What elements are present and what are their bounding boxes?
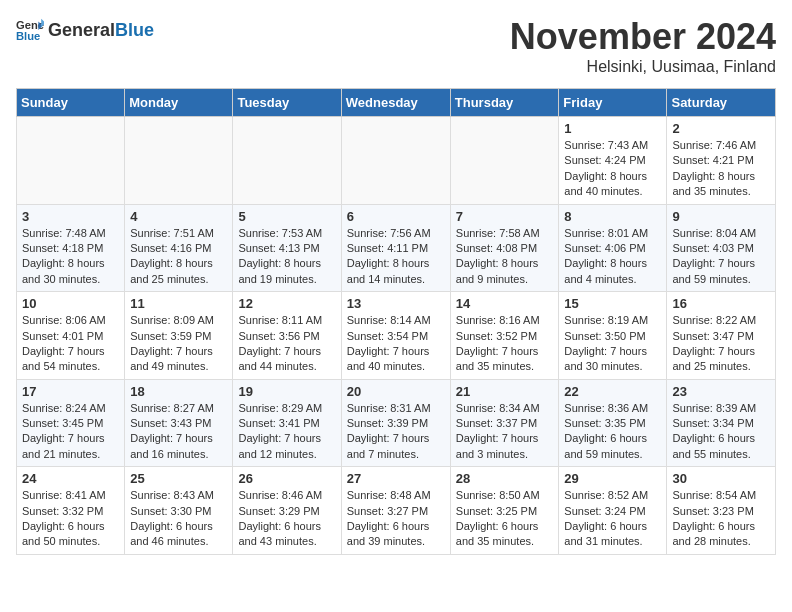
calendar-cell: 4Sunrise: 7:51 AMSunset: 4:16 PMDaylight… [125, 204, 233, 292]
day-info: Sunrise: 8:43 AMSunset: 3:30 PMDaylight:… [130, 488, 227, 550]
calendar-cell: 23Sunrise: 8:39 AMSunset: 3:34 PMDayligh… [667, 379, 776, 467]
day-info: Sunrise: 8:06 AMSunset: 4:01 PMDaylight:… [22, 313, 119, 375]
day-number: 15 [564, 296, 661, 311]
location-title: Helsinki, Uusimaa, Finland [510, 58, 776, 76]
day-number: 22 [564, 384, 661, 399]
day-number: 28 [456, 471, 554, 486]
day-info: Sunrise: 8:39 AMSunset: 3:34 PMDaylight:… [672, 401, 770, 463]
day-info: Sunrise: 7:56 AMSunset: 4:11 PMDaylight:… [347, 226, 445, 288]
calendar-cell: 19Sunrise: 8:29 AMSunset: 3:41 PMDayligh… [233, 379, 341, 467]
day-number: 16 [672, 296, 770, 311]
day-number: 8 [564, 209, 661, 224]
weekday-header-thursday: Thursday [450, 89, 559, 117]
calendar-cell: 27Sunrise: 8:48 AMSunset: 3:27 PMDayligh… [341, 467, 450, 555]
day-number: 6 [347, 209, 445, 224]
calendar-week-row: 10Sunrise: 8:06 AMSunset: 4:01 PMDayligh… [17, 292, 776, 380]
day-number: 24 [22, 471, 119, 486]
day-info: Sunrise: 7:43 AMSunset: 4:24 PMDaylight:… [564, 138, 661, 200]
calendar-week-row: 3Sunrise: 7:48 AMSunset: 4:18 PMDaylight… [17, 204, 776, 292]
calendar-cell: 30Sunrise: 8:54 AMSunset: 3:23 PMDayligh… [667, 467, 776, 555]
day-info: Sunrise: 8:36 AMSunset: 3:35 PMDaylight:… [564, 401, 661, 463]
calendar-cell: 5Sunrise: 7:53 AMSunset: 4:13 PMDaylight… [233, 204, 341, 292]
day-number: 29 [564, 471, 661, 486]
weekday-header-sunday: Sunday [17, 89, 125, 117]
day-number: 2 [672, 121, 770, 136]
day-info: Sunrise: 8:34 AMSunset: 3:37 PMDaylight:… [456, 401, 554, 463]
logo-icon: General Blue [16, 16, 44, 44]
day-number: 13 [347, 296, 445, 311]
day-info: Sunrise: 8:04 AMSunset: 4:03 PMDaylight:… [672, 226, 770, 288]
calendar-cell: 14Sunrise: 8:16 AMSunset: 3:52 PMDayligh… [450, 292, 559, 380]
day-number: 30 [672, 471, 770, 486]
calendar-cell: 24Sunrise: 8:41 AMSunset: 3:32 PMDayligh… [17, 467, 125, 555]
day-info: Sunrise: 8:52 AMSunset: 3:24 PMDaylight:… [564, 488, 661, 550]
calendar-cell: 12Sunrise: 8:11 AMSunset: 3:56 PMDayligh… [233, 292, 341, 380]
day-info: Sunrise: 8:16 AMSunset: 3:52 PMDaylight:… [456, 313, 554, 375]
calendar: SundayMondayTuesdayWednesdayThursdayFrid… [16, 88, 776, 555]
day-info: Sunrise: 7:46 AMSunset: 4:21 PMDaylight:… [672, 138, 770, 200]
title-area: November 2024 Helsinki, Uusimaa, Finland [510, 16, 776, 76]
day-number: 20 [347, 384, 445, 399]
day-number: 25 [130, 471, 227, 486]
calendar-header-row: SundayMondayTuesdayWednesdayThursdayFrid… [17, 89, 776, 117]
day-info: Sunrise: 8:09 AMSunset: 3:59 PMDaylight:… [130, 313, 227, 375]
day-info: Sunrise: 8:48 AMSunset: 3:27 PMDaylight:… [347, 488, 445, 550]
calendar-cell: 10Sunrise: 8:06 AMSunset: 4:01 PMDayligh… [17, 292, 125, 380]
day-number: 23 [672, 384, 770, 399]
calendar-cell [17, 117, 125, 205]
day-number: 19 [238, 384, 335, 399]
calendar-cell: 6Sunrise: 7:56 AMSunset: 4:11 PMDaylight… [341, 204, 450, 292]
day-number: 17 [22, 384, 119, 399]
day-info: Sunrise: 8:27 AMSunset: 3:43 PMDaylight:… [130, 401, 227, 463]
calendar-cell [233, 117, 341, 205]
day-info: Sunrise: 7:48 AMSunset: 4:18 PMDaylight:… [22, 226, 119, 288]
header: General Blue General Blue November 2024 … [16, 16, 776, 76]
calendar-cell: 26Sunrise: 8:46 AMSunset: 3:29 PMDayligh… [233, 467, 341, 555]
day-info: Sunrise: 7:53 AMSunset: 4:13 PMDaylight:… [238, 226, 335, 288]
day-number: 21 [456, 384, 554, 399]
calendar-week-row: 1Sunrise: 7:43 AMSunset: 4:24 PMDaylight… [17, 117, 776, 205]
day-number: 27 [347, 471, 445, 486]
weekday-header-wednesday: Wednesday [341, 89, 450, 117]
weekday-header-monday: Monday [125, 89, 233, 117]
month-title: November 2024 [510, 16, 776, 58]
day-number: 12 [238, 296, 335, 311]
day-info: Sunrise: 8:41 AMSunset: 3:32 PMDaylight:… [22, 488, 119, 550]
logo-general-text: General [48, 20, 115, 41]
calendar-cell: 20Sunrise: 8:31 AMSunset: 3:39 PMDayligh… [341, 379, 450, 467]
calendar-cell [341, 117, 450, 205]
day-number: 9 [672, 209, 770, 224]
calendar-cell: 18Sunrise: 8:27 AMSunset: 3:43 PMDayligh… [125, 379, 233, 467]
calendar-cell: 29Sunrise: 8:52 AMSunset: 3:24 PMDayligh… [559, 467, 667, 555]
calendar-cell [125, 117, 233, 205]
day-number: 11 [130, 296, 227, 311]
calendar-cell: 8Sunrise: 8:01 AMSunset: 4:06 PMDaylight… [559, 204, 667, 292]
day-info: Sunrise: 7:51 AMSunset: 4:16 PMDaylight:… [130, 226, 227, 288]
calendar-week-row: 17Sunrise: 8:24 AMSunset: 3:45 PMDayligh… [17, 379, 776, 467]
day-info: Sunrise: 8:11 AMSunset: 3:56 PMDaylight:… [238, 313, 335, 375]
day-number: 4 [130, 209, 227, 224]
calendar-cell: 2Sunrise: 7:46 AMSunset: 4:21 PMDaylight… [667, 117, 776, 205]
day-number: 14 [456, 296, 554, 311]
calendar-cell: 21Sunrise: 8:34 AMSunset: 3:37 PMDayligh… [450, 379, 559, 467]
day-number: 3 [22, 209, 119, 224]
weekday-header-tuesday: Tuesday [233, 89, 341, 117]
calendar-cell: 7Sunrise: 7:58 AMSunset: 4:08 PMDaylight… [450, 204, 559, 292]
weekday-header-saturday: Saturday [667, 89, 776, 117]
calendar-cell: 1Sunrise: 7:43 AMSunset: 4:24 PMDaylight… [559, 117, 667, 205]
day-number: 10 [22, 296, 119, 311]
calendar-cell: 28Sunrise: 8:50 AMSunset: 3:25 PMDayligh… [450, 467, 559, 555]
day-number: 18 [130, 384, 227, 399]
day-info: Sunrise: 8:46 AMSunset: 3:29 PMDaylight:… [238, 488, 335, 550]
logo: General Blue General Blue [16, 16, 154, 44]
weekday-header-friday: Friday [559, 89, 667, 117]
calendar-cell: 25Sunrise: 8:43 AMSunset: 3:30 PMDayligh… [125, 467, 233, 555]
day-number: 1 [564, 121, 661, 136]
calendar-week-row: 24Sunrise: 8:41 AMSunset: 3:32 PMDayligh… [17, 467, 776, 555]
day-info: Sunrise: 7:58 AMSunset: 4:08 PMDaylight:… [456, 226, 554, 288]
calendar-cell: 17Sunrise: 8:24 AMSunset: 3:45 PMDayligh… [17, 379, 125, 467]
calendar-cell: 11Sunrise: 8:09 AMSunset: 3:59 PMDayligh… [125, 292, 233, 380]
calendar-cell: 13Sunrise: 8:14 AMSunset: 3:54 PMDayligh… [341, 292, 450, 380]
logo-blue-text: Blue [115, 20, 154, 41]
day-info: Sunrise: 8:54 AMSunset: 3:23 PMDaylight:… [672, 488, 770, 550]
